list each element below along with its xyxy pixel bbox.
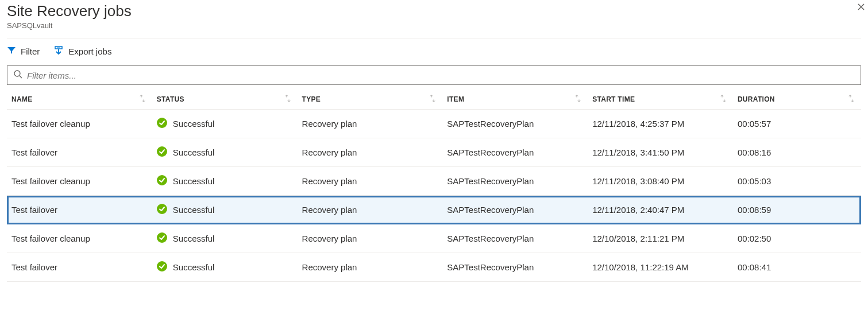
filter-label: Filter xyxy=(21,46,40,56)
cell-item: SAPTestRecoveryPlan xyxy=(442,196,588,224)
table-header-row: NAME STATUS TYPE ITEM START TIME xyxy=(7,90,861,110)
cell-start: 12/10/2018, 11:22:19 AM xyxy=(588,253,733,282)
status-text: Successful xyxy=(173,234,215,243)
col-header-name-label: NAME xyxy=(11,95,33,103)
svg-point-8 xyxy=(157,204,167,214)
svg-point-7 xyxy=(157,175,167,185)
sort-icon xyxy=(720,95,726,104)
col-header-duration-label: DURATION xyxy=(738,95,775,103)
col-header-duration[interactable]: DURATION xyxy=(733,90,861,110)
cell-status: Successful xyxy=(152,224,298,253)
svg-point-6 xyxy=(157,146,167,157)
success-icon xyxy=(157,175,167,187)
table-row[interactable]: Test failover cleanupSuccessfulRecovery … xyxy=(7,110,861,138)
sort-icon xyxy=(430,95,435,104)
col-header-start[interactable]: START TIME xyxy=(588,90,733,110)
sort-icon xyxy=(285,95,291,104)
cell-duration: 00:02:50 xyxy=(733,224,861,253)
svg-line-4 xyxy=(20,76,22,78)
col-header-type-label: TYPE xyxy=(302,95,321,103)
cell-type: Recovery plan xyxy=(298,253,443,282)
col-header-name[interactable]: NAME xyxy=(7,90,152,110)
col-header-start-label: START TIME xyxy=(592,95,635,103)
export-button[interactable]: Export jobs xyxy=(53,45,111,57)
table-row[interactable]: Test failoverSuccessfulRecovery planSAPT… xyxy=(7,138,861,167)
success-icon xyxy=(157,261,167,273)
filter-box[interactable] xyxy=(7,65,861,85)
cell-duration: 00:05:57 xyxy=(733,110,861,138)
filter-button[interactable]: Filter xyxy=(7,46,40,57)
export-label: Export jobs xyxy=(68,46,111,56)
status-text: Successful xyxy=(173,176,215,186)
cell-start: 12/11/2018, 3:41:50 PM xyxy=(588,138,733,167)
cell-status: Successful xyxy=(152,138,298,167)
cell-type: Recovery plan xyxy=(298,196,443,224)
cell-status: Successful xyxy=(152,196,298,224)
cell-item: SAPTestRecoveryPlan xyxy=(442,167,588,196)
table-row[interactable]: Test failoverSuccessfulRecovery planSAPT… xyxy=(7,196,861,224)
cell-duration: 00:05:03 xyxy=(733,167,861,196)
cell-name: Test failover xyxy=(7,138,152,167)
status-text: Successful xyxy=(173,205,215,215)
search-icon xyxy=(13,69,22,81)
filter-input[interactable] xyxy=(22,70,855,81)
cell-item: SAPTestRecoveryPlan xyxy=(442,138,588,167)
cell-type: Recovery plan xyxy=(298,138,443,167)
table-body: Test failover cleanupSuccessfulRecovery … xyxy=(7,110,861,282)
status-text: Successful xyxy=(173,148,215,157)
cell-start: 12/11/2018, 4:25:37 PM xyxy=(588,110,733,138)
cell-type: Recovery plan xyxy=(298,224,443,253)
col-header-type[interactable]: TYPE xyxy=(298,90,443,110)
col-header-item[interactable]: ITEM xyxy=(442,90,588,110)
sort-icon xyxy=(140,95,145,104)
cell-duration: 00:08:16 xyxy=(733,138,861,167)
page-subtitle: SAPSQLvault xyxy=(7,21,861,30)
cell-start: 12/10/2018, 2:11:21 PM xyxy=(588,224,733,253)
cell-type: Recovery plan xyxy=(298,167,443,196)
cell-name: Test failover cleanup xyxy=(7,110,152,138)
toolbar: Filter Export jobs xyxy=(7,41,861,65)
cell-status: Successful xyxy=(152,253,298,282)
cell-item: SAPTestRecoveryPlan xyxy=(442,253,588,282)
cell-name: Test failover xyxy=(7,253,152,282)
table-row[interactable]: Test failoverSuccessfulRecovery planSAPT… xyxy=(7,253,861,282)
success-icon xyxy=(157,118,167,130)
cell-item: SAPTestRecoveryPlan xyxy=(442,110,588,138)
jobs-table: NAME STATUS TYPE ITEM START TIME xyxy=(7,90,861,282)
cell-duration: 00:08:41 xyxy=(733,253,861,282)
success-icon xyxy=(157,146,167,158)
sort-icon xyxy=(848,95,854,104)
table-row[interactable]: Test failover cleanupSuccessfulRecovery … xyxy=(7,224,861,253)
cell-start: 12/11/2018, 2:40:47 PM xyxy=(588,196,733,224)
svg-point-9 xyxy=(157,232,167,243)
status-text: Successful xyxy=(173,119,215,129)
sort-icon xyxy=(575,95,581,104)
col-header-status[interactable]: STATUS xyxy=(152,90,298,110)
cell-status: Successful xyxy=(152,110,298,138)
cell-type: Recovery plan xyxy=(298,110,443,138)
col-header-status-label: STATUS xyxy=(157,95,184,103)
close-icon[interactable] xyxy=(857,2,866,14)
cell-status: Successful xyxy=(152,167,298,196)
cell-start: 12/11/2018, 3:08:40 PM xyxy=(588,167,733,196)
success-icon xyxy=(157,232,167,245)
table-row[interactable]: Test failover cleanupSuccessfulRecovery … xyxy=(7,167,861,196)
export-icon xyxy=(53,45,64,57)
status-text: Successful xyxy=(173,262,215,272)
page-title: Site Recovery jobs xyxy=(7,2,861,20)
cell-duration: 00:08:59 xyxy=(733,196,861,224)
cell-name: Test failover cleanup xyxy=(7,167,152,196)
svg-point-10 xyxy=(157,261,167,271)
svg-point-3 xyxy=(14,71,20,76)
cell-name: Test failover cleanup xyxy=(7,224,152,253)
cell-name: Test failover xyxy=(7,196,152,224)
divider xyxy=(7,38,861,38)
col-header-item-label: ITEM xyxy=(447,95,464,103)
cell-item: SAPTestRecoveryPlan xyxy=(442,224,588,253)
success-icon xyxy=(157,204,167,216)
funnel-icon xyxy=(7,46,16,57)
svg-point-5 xyxy=(157,118,167,128)
page-header: Site Recovery jobs SAPSQLvault xyxy=(7,0,861,34)
